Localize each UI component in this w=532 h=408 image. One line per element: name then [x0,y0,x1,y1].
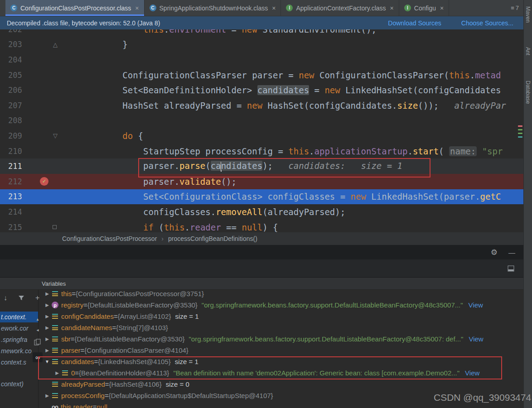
expand-arrow-icon[interactable]: ▶ [44,302,51,307]
tool-window-button-maven[interactable]: Maven [525,6,531,23]
scroll-up-icon[interactable]: ▴ [36,317,39,322]
code-line[interactable]: 208 [0,113,523,129]
stripe-mark[interactable] [518,136,522,138]
editor-tab[interactable]: IApplicationContextFactory.class× [281,0,399,16]
code-token: ndidates [221,161,263,171]
editor-tab[interactable]: CConfigurationClassPostProcessor.class× [5,0,145,16]
variable-reference: {DefaultListableBeanFactory@3530} [75,335,185,343]
code-line[interactable]: 214 configClasses.removeAll(alreadyParse… [0,204,523,220]
variable-name: registry [61,301,83,309]
breadcrumb-item[interactable]: ConfigurationClassPostProcessor [62,235,157,242]
variable-reference: {LinkedHashSet@4105} [98,358,170,365]
expand-arrow-icon[interactable]: ▶ [44,291,51,296]
equals-sign: = [112,324,116,331]
sort-down-icon[interactable]: ↓ [4,294,7,302]
code-lines: 202 this.environment = new StandardEnvir… [0,29,523,232]
code-token: parser. [60,161,179,171]
variable-row[interactable]: ▶pregistry = {DefaultListableBeanFactory… [39,299,523,311]
gutter[interactable] [27,52,60,67]
editor-tabs: CConfigurationClassPostProcessor.class×C… [5,0,449,16]
tab-close-icon[interactable]: × [272,5,276,12]
gutter[interactable] [27,189,60,205]
watermark: CSDN @qq_39093474 [434,392,531,403]
gutter[interactable] [27,204,60,220]
tab-close-icon[interactable]: × [440,5,444,12]
gear-icon[interactable]: ⚙ [491,249,498,256]
gutter[interactable] [27,98,60,113]
expand-arrow-icon[interactable]: ▶ [44,393,51,398]
editor-tab[interactable]: CSpringApplicationShutdownHook.class× [145,0,281,16]
gutter[interactable] [27,29,60,37]
gutter[interactable] [27,158,60,174]
breakpoint-icon[interactable]: ✓ [40,177,48,186]
variable-row[interactable]: alreadyParsed = {HashSet@4106}size = 0 [39,379,523,390]
gutter[interactable]: ✓ [27,174,60,189]
gutter[interactable] [27,220,60,232]
filter-icon[interactable] [18,295,24,301]
variable-row[interactable]: ▼candidates = {LinkedHashSet@4105}size =… [39,356,523,367]
tab-close-icon[interactable]: × [390,5,394,12]
value-icon [52,314,58,319]
expand-arrow-icon[interactable]: ▶ [44,325,51,330]
code-line[interactable]: 211 parser.parse(candidates); candidates… [0,158,523,174]
breadcrumb-item[interactable]: processConfigBeanDefinitions() [168,235,257,242]
expand-arrow-icon[interactable]: ▶ [44,314,51,319]
variable-name: processConfig [61,392,105,399]
editor-tab[interactable]: IConfigu× [399,0,449,16]
banner-action-link[interactable]: Choose Sources... [461,19,513,27]
code-line[interactable]: 212✓ parser.validate(); [0,174,523,189]
view-link[interactable]: View [463,301,483,309]
expand-arrow-icon[interactable]: ▶ [44,348,51,353]
variable-row[interactable]: ▶parser = {ConfigurationClassParser@4104… [39,345,523,356]
stripe-mark[interactable] [518,129,522,130]
variable-row[interactable]: ▶candidateNames = {String[7]@4103} [39,322,523,333]
code-token: removeAll [216,207,262,217]
variables-panel-header[interactable]: Variables [0,277,523,290]
code-line[interactable]: 206 Set<BeanDefinitionHolder> candidates… [0,82,523,98]
code-token: size [397,101,418,110]
code-line[interactable]: 210 StartupStep processConfig = this.app… [0,144,523,159]
stripe-mark[interactable] [518,133,522,134]
variables-panel[interactable]: ▶this = {ConfigurationClassPostProcessor… [39,290,523,408]
code-line[interactable]: 207 HashSet alreadyParsed = new HashSet(… [0,98,523,113]
banner-action-link[interactable]: Download Sources [388,19,441,27]
code-token: Set<BeanDefinitionHolder> [60,85,257,95]
code-line[interactable]: 205 ConfigurationClassParser parser = ne… [0,67,523,83]
code-line[interactable]: 213 Set<ConfigurationClass> configClasse… [0,189,523,205]
view-link[interactable]: View [463,335,483,343]
tool-window-button-ant[interactable]: Ant [525,47,531,55]
gutter[interactable] [27,67,60,83]
gutter[interactable]: ▽ [27,128,60,144]
variable-row[interactable]: ▶sbr = {DefaultListableBeanFactory@3530}… [39,333,523,345]
code-line[interactable]: 204 [0,52,523,67]
code-line[interactable]: 215 if (this.reader == null) { [0,220,523,232]
gutter[interactable] [27,144,60,159]
fold-marker-icon[interactable] [53,225,57,229]
view-link[interactable]: View [459,369,479,377]
implement-marker-icon[interactable]: ▽ [53,133,58,139]
variable-row[interactable]: ▶configCandidates = {ArrayList@4102}size… [39,311,523,322]
equals-sign: = [72,290,76,298]
expand-arrow-icon[interactable]: ▶ [44,336,51,341]
expand-arrow-icon[interactable]: ▼ [44,359,51,364]
code-editor[interactable]: 202 this.environment = new StandardEnvir… [0,29,523,232]
gutter[interactable] [27,82,60,98]
tool-window-button-database[interactable]: Database [525,81,531,104]
code-line[interactable]: 209▽ do { [0,128,523,144]
override-marker-icon[interactable]: △ [53,42,58,48]
variable-row[interactable]: ▶this = {ConfigurationClassPostProcessor… [39,290,523,299]
stripe-mark[interactable] [518,125,522,127]
tab-close-icon[interactable]: × [135,5,139,12]
scroll-left-icon[interactable]: ◂ [36,328,39,332]
hidden-tabs-button[interactable]: ≡7 [511,0,519,16]
variable-row[interactable]: ▶0 = {BeanDefinitionHolder@4113}"Bean de… [39,367,523,379]
code-line[interactable]: 203△ } [0,37,523,53]
gutter[interactable] [27,113,60,129]
expand-arrow-icon[interactable]: ▶ [53,370,61,375]
gutter[interactable]: △ [27,37,60,53]
stack-frame-item[interactable]: context) [0,379,38,389]
code-line[interactable]: 202 this.environment = new StandardEnvir… [0,29,523,37]
minimize-icon[interactable]: — [508,249,515,256]
layout-settings-icon[interactable] [508,265,514,272]
code-token: . [470,70,475,80]
